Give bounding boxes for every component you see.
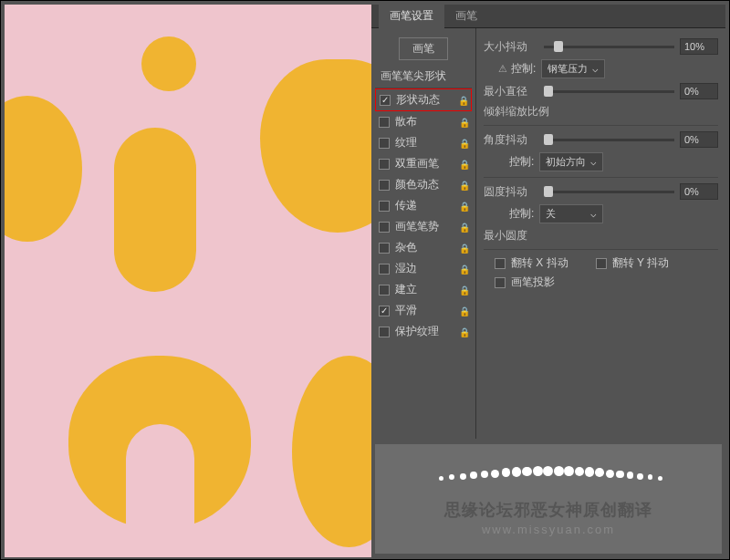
brush-preview: 思缘论坛邪恶女神原创翻译 www.missyuan.com — [375, 444, 722, 554]
brush-button[interactable]: 画笔 — [399, 37, 448, 60]
warning-icon: ⚠ — [498, 63, 507, 75]
option-6[interactable]: 画笔笔势🔒 — [375, 216, 472, 237]
chevron-down-icon: ⌵ — [590, 156, 597, 168]
option-checkbox[interactable] — [379, 201, 390, 212]
option-3[interactable]: 双重画笔🔒 — [375, 153, 472, 174]
option-label: 双重画笔 — [395, 156, 459, 171]
size-jitter-label: 大小抖动 — [484, 39, 538, 55]
roundness-control-select[interactable]: 关⌵ — [539, 204, 603, 223]
option-label: 平滑 — [395, 303, 459, 318]
lock-icon[interactable]: 🔒 — [459, 223, 468, 232]
lock-icon[interactable]: 🔒 — [459, 327, 468, 337]
stroke-preview — [430, 462, 667, 499]
option-checkbox[interactable] — [379, 243, 390, 254]
option-checkbox[interactable] — [379, 222, 390, 233]
artwork-shape — [292, 356, 372, 547]
option-4[interactable]: 颜色动态🔒 — [375, 174, 472, 195]
option-8[interactable]: 湿边🔒 — [375, 258, 472, 279]
option-checkbox[interactable] — [380, 95, 391, 106]
option-checkbox[interactable] — [379, 138, 390, 149]
flip-x-label: 翻转 X 抖动 — [511, 255, 568, 271]
brush-projection-checkbox[interactable] — [495, 277, 506, 288]
option-label: 湿边 — [395, 261, 459, 276]
option-checkbox[interactable] — [379, 117, 390, 128]
option-5[interactable]: 传递🔒 — [375, 195, 472, 216]
brush-tip-header[interactable]: 画笔笔尖形状 — [375, 65, 472, 88]
option-label: 杂色 — [395, 240, 459, 255]
lock-icon[interactable]: 🔒 — [459, 160, 468, 169]
option-9[interactable]: 建立🔒 — [375, 279, 472, 300]
brush-settings-panel: 画笔设置 画笔 画笔 画笔笔尖形状 形状动态🔒散布🔒纹理🔒双重画笔🔒颜色动态🔒传… — [371, 5, 725, 557]
option-0[interactable]: 形状动态🔒 — [375, 88, 472, 111]
min-diameter-value[interactable]: 0% — [680, 83, 718, 99]
watermark-text: 思缘论坛邪恶女神原创翻译 — [444, 499, 652, 521]
panel-tabs: 画笔设置 画笔 — [371, 5, 725, 28]
lock-icon[interactable]: 🔒 — [459, 202, 468, 211]
angle-jitter-value[interactable]: 0% — [680, 131, 718, 148]
chevron-down-icon: ⌵ — [590, 208, 597, 220]
app-frame: 画笔设置 画笔 画笔 画笔笔尖形状 形状动态🔒散布🔒纹理🔒双重画笔🔒颜色动态🔒传… — [0, 0, 730, 560]
brush-options-list: 画笔 画笔笔尖形状 形状动态🔒散布🔒纹理🔒双重画笔🔒颜色动态🔒传递🔒画笔笔势🔒杂… — [371, 28, 476, 439]
option-checkbox[interactable] — [379, 264, 390, 275]
min-diameter-label: 最小直径 — [484, 84, 538, 99]
option-label: 纹理 — [395, 135, 459, 150]
option-11[interactable]: 保护纹理🔒 — [375, 321, 472, 342]
lock-icon[interactable]: 🔒 — [459, 264, 468, 274]
option-label: 画笔笔势 — [395, 219, 459, 234]
option-label: 传递 — [395, 198, 459, 213]
option-1[interactable]: 散布🔒 — [375, 111, 472, 132]
option-label: 保护纹理 — [395, 324, 459, 339]
roundness-jitter-value[interactable]: 0% — [680, 183, 718, 200]
control-label: 控制: — [509, 206, 534, 222]
lock-icon[interactable]: 🔒 — [459, 118, 468, 127]
option-7[interactable]: 杂色🔒 — [375, 237, 472, 258]
roundness-jitter-label: 圆度抖动 — [484, 184, 538, 200]
option-2[interactable]: 纹理🔒 — [375, 132, 472, 153]
option-checkbox[interactable] — [379, 327, 390, 337]
tab-brushes[interactable]: 画笔 — [444, 4, 488, 28]
min-roundness-label: 最小圆度 — [484, 228, 538, 244]
lock-icon[interactable]: 🔒 — [459, 285, 468, 295]
min-diameter-slider[interactable] — [544, 90, 674, 93]
watermark-url: www.missyuan.com — [482, 523, 615, 536]
artwork-shape — [5, 96, 82, 242]
brush-projection-label: 画笔投影 — [511, 275, 555, 290]
lock-icon[interactable]: 🔒 — [459, 306, 468, 316]
artwork-shape — [260, 59, 372, 233]
roundness-jitter-slider[interactable] — [544, 191, 674, 193]
option-label: 建立 — [395, 282, 459, 297]
option-label: 颜色动态 — [395, 177, 459, 192]
chevron-down-icon: ⌵ — [592, 63, 599, 75]
shape-dynamics-controls: 大小抖动10% ⚠控制:钢笔压力⌵ 最小直径0% 倾斜缩放比例 角度抖动0% 控… — [476, 28, 725, 439]
option-checkbox[interactable] — [379, 180, 390, 191]
tab-brush-settings[interactable]: 画笔设置 — [379, 4, 444, 28]
option-checkbox[interactable] — [379, 306, 390, 316]
option-label: 形状动态 — [396, 92, 458, 108]
size-jitter-value[interactable]: 10% — [680, 38, 718, 55]
angle-jitter-label: 角度抖动 — [484, 132, 538, 148]
angle-control-select[interactable]: 初始方向⌵ — [539, 152, 603, 171]
size-jitter-slider[interactable] — [544, 46, 674, 48]
canvas-area[interactable] — [5, 5, 372, 557]
lock-icon[interactable]: 🔒 — [458, 96, 467, 105]
flip-y-label: 翻转 Y 抖动 — [612, 255, 669, 271]
option-10[interactable]: 平滑🔒 — [375, 300, 472, 321]
option-label: 散布 — [395, 114, 459, 130]
lock-icon[interactable]: 🔒 — [459, 181, 468, 190]
lock-icon[interactable]: 🔒 — [459, 139, 468, 148]
control-label: 控制: — [509, 154, 534, 170]
flip-x-checkbox[interactable] — [495, 258, 506, 269]
control-select[interactable]: 钢笔压力⌵ — [541, 59, 605, 78]
artwork-shape — [126, 424, 194, 529]
flip-y-checkbox[interactable] — [596, 258, 607, 269]
angle-jitter-slider[interactable] — [544, 139, 674, 141]
option-checkbox[interactable] — [379, 159, 390, 170]
control-label: 控制: — [511, 61, 536, 77]
artwork-shape — [114, 128, 196, 292]
tilt-scale-label: 倾斜缩放比例 — [484, 104, 575, 119]
lock-icon[interactable]: 🔒 — [459, 244, 468, 253]
option-checkbox[interactable] — [379, 285, 390, 296]
artwork-shape — [141, 36, 196, 91]
